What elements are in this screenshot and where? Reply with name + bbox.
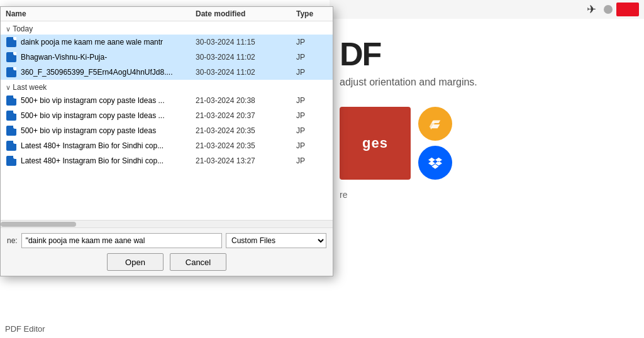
file-name: Latest 480+ Instagram Bio for Sindhi cop… (21, 156, 196, 165)
file-date: 21-03-2024 20:35 (196, 126, 296, 135)
file-type: JP (296, 156, 328, 165)
horizontal-scrollbar[interactable] (1, 220, 333, 227)
file-date: 30-03-2024 11:15 (196, 38, 296, 46)
file-type: JP (296, 141, 328, 150)
file-name: daink pooja me kaam me aane wale mantr (21, 38, 196, 46)
file-name: 500+ bio vip instagram copy paste Ideas (21, 126, 196, 135)
app-content-area: DF adjust orientation and margins. ges (327, 19, 644, 338)
column-headers: Name Date modified Type (1, 7, 333, 21)
main-action-button[interactable]: ges (340, 107, 411, 180)
filename-input[interactable] (21, 233, 222, 248)
footer-label: PDF Editor (5, 324, 45, 334)
file-row[interactable]: 360_F_350965399_F5Ern4AogU4hnUfJd8.... 3… (1, 65, 333, 80)
app-footer: PDF Editor (0, 319, 327, 338)
app-buttons-row: ges (327, 107, 452, 180)
file-type: JP (296, 126, 328, 135)
app-title: DF (327, 38, 380, 70)
file-name: Bhagwan-Vishnu-Ki-Puja- (21, 53, 196, 62)
dropbox-button[interactable] (418, 146, 452, 180)
file-icon (6, 67, 17, 78)
column-header-date: Date modified (196, 9, 296, 18)
filename-label: ne: (7, 236, 18, 245)
file-date: 30-03-2024 11:02 (196, 53, 296, 62)
file-name: 360_F_350965399_F5Ern4AogU4hnUfJd8.... (21, 68, 196, 77)
app-toolbar: ✈ (330, 0, 644, 19)
group-label-today: ∨ Today (1, 21, 333, 35)
file-row[interactable]: 500+ bio vip instagram copy paste Ideas … (1, 123, 333, 138)
open-button[interactable]: Open (107, 253, 164, 271)
file-icon (6, 110, 17, 121)
file-date: 21-03-2024 20:38 (196, 96, 296, 105)
dialog-bottom-controls: ne: Custom Files All Files JPEG Files PN… (1, 227, 333, 276)
google-drive-button[interactable] (418, 107, 452, 141)
file-icon (6, 36, 17, 48)
dialog-button-row: Open Cancel (7, 253, 326, 271)
column-header-type: Type (296, 9, 328, 18)
file-icon (6, 140, 17, 151)
file-row[interactable]: 500+ bio vip instagram copy paste Ideas … (1, 108, 333, 123)
file-icon (6, 155, 17, 166)
file-date: 21-03-2024 20:35 (196, 141, 296, 150)
file-name: 500+ bio vip instagram copy paste Ideas … (21, 96, 196, 105)
file-list[interactable]: ∨ Today daink pooja me kaam me aane wale… (1, 21, 333, 220)
file-name: Latest 480+ Instagram Bio for Sindhi cop… (21, 141, 196, 150)
scrollbar-thumb[interactable] (1, 222, 76, 227)
file-type: JP (296, 68, 328, 77)
file-row[interactable]: Latest 480+ Instagram Bio for Sindhi cop… (1, 138, 333, 153)
file-type: JP (296, 111, 328, 120)
file-name: 500+ bio vip instagram copy paste Ideas … (21, 111, 196, 120)
file-open-dialog: Name Date modified Type ∨ Today daink po… (0, 6, 333, 276)
minimize-button[interactable] (604, 5, 613, 14)
cancel-button[interactable]: Cancel (170, 253, 226, 271)
file-list-area: Name Date modified Type ∨ Today daink po… (1, 7, 333, 227)
file-row[interactable]: 500+ bio vip instagram copy paste Ideas … (1, 93, 333, 108)
filename-row: ne: Custom Files All Files JPEG Files PN… (7, 233, 326, 248)
file-row[interactable]: Latest 480+ Instagram Bio for Sindhi cop… (1, 153, 333, 168)
file-date: 30-03-2024 11:02 (196, 68, 296, 77)
file-type: JP (296, 53, 328, 62)
file-icon (6, 95, 17, 106)
column-header-name: Name (6, 9, 196, 18)
file-row[interactable]: Bhagwan-Vishnu-Ki-Puja- 30-03-2024 11:02… (1, 50, 333, 65)
group-label-lastweek: ∨ Last week (1, 80, 333, 93)
plane-icon: ✈ (582, 3, 600, 16)
file-date: 21-03-2024 13:27 (196, 156, 296, 165)
file-date: 21-03-2024 20:37 (196, 111, 296, 120)
file-type: JP (296, 96, 328, 105)
app-subtitle: adjust orientation and margins. (327, 77, 477, 88)
file-icon (6, 125, 17, 136)
file-icon (6, 52, 17, 63)
close-button[interactable] (616, 3, 639, 16)
file-type: JP (296, 38, 328, 46)
file-row[interactable]: daink pooja me kaam me aane wale mantr 3… (1, 35, 333, 50)
filetype-select[interactable]: Custom Files All Files JPEG Files PNG Fi… (226, 233, 326, 248)
